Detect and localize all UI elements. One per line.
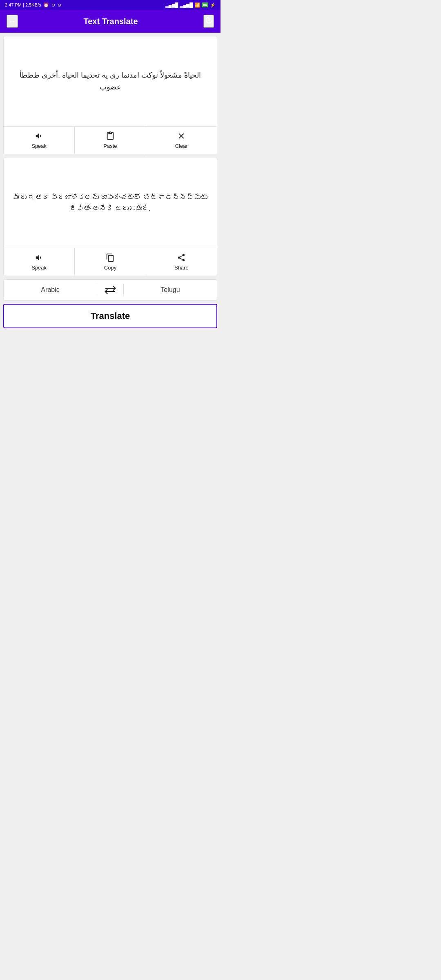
speak-source-label: Speak xyxy=(31,143,47,149)
share-button[interactable]: Share xyxy=(146,248,217,276)
paste-icon xyxy=(106,131,115,140)
signal-icon2: ▂▄▆█ xyxy=(180,2,193,8)
language-bar: Arabic Telugu xyxy=(3,279,217,301)
share-label: Share xyxy=(174,265,189,271)
speak-source-icon xyxy=(35,131,44,140)
alarm-icon: ⏰ xyxy=(43,2,49,8)
target-language-button[interactable]: Telugu xyxy=(124,283,217,297)
clear-icon xyxy=(177,131,186,140)
source-text-content: الحياةً مشغولاً نوكت امدنما ري يه تحديما… xyxy=(10,69,210,93)
speak-target-button[interactable]: Speak xyxy=(4,248,75,276)
app-bar: ← Text Translate xyxy=(0,10,220,33)
source-language-button[interactable]: Arabic xyxy=(4,283,97,297)
dot-icon2: ⊙ xyxy=(58,2,61,8)
clear-button[interactable]: Clear xyxy=(146,127,217,154)
back-button[interactable]: ← xyxy=(7,15,18,28)
dot-icon1: ⊙ xyxy=(51,2,55,8)
translate-button[interactable]: Translate xyxy=(3,304,217,328)
copy-button[interactable]: Copy xyxy=(75,248,146,276)
swap-languages-button[interactable] xyxy=(97,282,123,298)
status-bar: 2:47 PM | 2.5KB/s ⏰ ⊙ ⊙ ▂▄▆█ ▂▄▆█ 📶 86 ⚡ xyxy=(0,0,220,10)
target-action-buttons: Speak Copy Share xyxy=(4,248,217,276)
wifi-icon: 📶 xyxy=(194,2,200,8)
app-title: Text Translate xyxy=(83,17,138,26)
copy-icon xyxy=(106,253,115,262)
status-time: 2:47 PM | 2.5KB/s xyxy=(5,2,41,7)
clear-label: Clear xyxy=(175,143,188,149)
target-panel: మీరు ఇతర వ్రణాళికలను రూపొందించడంలో బిజీగ… xyxy=(3,158,217,276)
speak-target-label: Speak xyxy=(31,265,47,271)
history-button[interactable] xyxy=(203,15,214,28)
paste-button[interactable]: Paste xyxy=(75,127,146,154)
status-right: ▂▄▆█ ▂▄▆█ 📶 86 ⚡ xyxy=(165,2,216,8)
copy-label: Copy xyxy=(104,265,116,271)
speak-target-icon xyxy=(35,253,44,262)
target-text: మీరు ఇతర వ్రణాళికలను రూపొందించడంలో బిజీగ… xyxy=(4,158,217,248)
share-icon xyxy=(177,253,186,262)
status-left: 2:47 PM | 2.5KB/s ⏰ ⊙ ⊙ xyxy=(5,2,61,8)
source-panel: الحياةً مشغولاً نوكت امدنما ري يه تحديما… xyxy=(3,36,217,154)
battery-level: 86 xyxy=(202,2,208,7)
charging-icon: ⚡ xyxy=(210,2,216,8)
speak-source-button[interactable]: Speak xyxy=(4,127,75,154)
history-icon xyxy=(204,16,213,24)
swap-icon xyxy=(104,285,117,294)
paste-label: Paste xyxy=(103,143,117,149)
main-content: الحياةً مشغولاً نوكت امدنما ري يه تحديما… xyxy=(0,33,220,490)
target-text-content: మీరు ఇతర వ్రణాళికలను రూపొందించడంలో బిజీగ… xyxy=(10,192,210,214)
signal-icon: ▂▄▆█ xyxy=(165,2,178,8)
source-text[interactable]: الحياةً مشغولاً نوكت امدنما ري يه تحديما… xyxy=(4,36,217,126)
source-action-buttons: Speak Paste Clear xyxy=(4,126,217,154)
